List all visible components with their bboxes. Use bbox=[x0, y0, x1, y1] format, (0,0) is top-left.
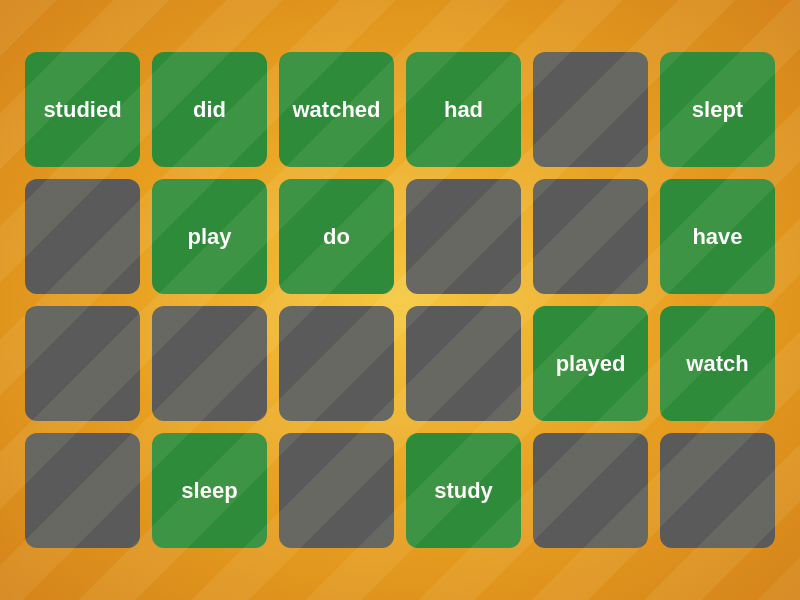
card-label-r0c5: slept bbox=[692, 97, 743, 123]
card-label-r1c2: do bbox=[323, 224, 350, 250]
card-r1c0[interactable] bbox=[25, 179, 140, 294]
card-r1c1[interactable]: play bbox=[152, 179, 267, 294]
card-label-r0c3: had bbox=[444, 97, 483, 123]
card-r3c5[interactable] bbox=[660, 433, 775, 548]
card-r3c0[interactable] bbox=[25, 433, 140, 548]
card-r2c4[interactable]: played bbox=[533, 306, 648, 421]
card-label-r2c4: played bbox=[556, 351, 626, 377]
card-r1c3[interactable] bbox=[406, 179, 521, 294]
card-r3c2[interactable] bbox=[279, 433, 394, 548]
card-r1c2[interactable]: do bbox=[279, 179, 394, 294]
card-r0c1[interactable]: did bbox=[152, 52, 267, 167]
card-label-r0c2: watched bbox=[292, 97, 380, 123]
card-r3c4[interactable] bbox=[533, 433, 648, 548]
card-r0c3[interactable]: had bbox=[406, 52, 521, 167]
card-r0c4[interactable] bbox=[533, 52, 648, 167]
card-r0c2[interactable]: watched bbox=[279, 52, 394, 167]
card-r2c3[interactable] bbox=[406, 306, 521, 421]
card-label-r3c3: study bbox=[434, 478, 493, 504]
card-r2c5[interactable]: watch bbox=[660, 306, 775, 421]
card-label-r3c1: sleep bbox=[181, 478, 237, 504]
card-r3c1[interactable]: sleep bbox=[152, 433, 267, 548]
card-r2c1[interactable] bbox=[152, 306, 267, 421]
card-r1c4[interactable] bbox=[533, 179, 648, 294]
card-r3c3[interactable]: study bbox=[406, 433, 521, 548]
card-grid: studieddidwatchedhadsleptplaydohaveplaye… bbox=[5, 32, 795, 568]
card-r0c0[interactable]: studied bbox=[25, 52, 140, 167]
card-label-r1c5: have bbox=[692, 224, 742, 250]
card-r1c5[interactable]: have bbox=[660, 179, 775, 294]
card-label-r0c0: studied bbox=[43, 97, 121, 123]
card-label-r2c5: watch bbox=[686, 351, 748, 377]
card-r2c2[interactable] bbox=[279, 306, 394, 421]
card-label-r1c1: play bbox=[187, 224, 231, 250]
card-r2c0[interactable] bbox=[25, 306, 140, 421]
card-label-r0c1: did bbox=[193, 97, 226, 123]
card-r0c5[interactable]: slept bbox=[660, 52, 775, 167]
